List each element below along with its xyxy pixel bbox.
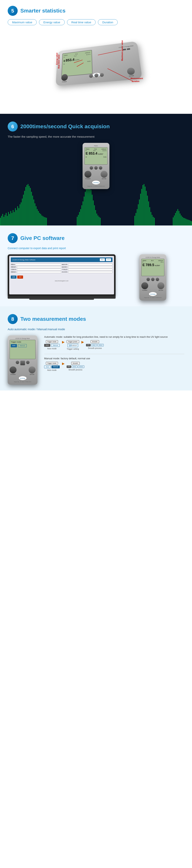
s7-power-btn[interactable] xyxy=(141,282,148,289)
s8-enter-label: ENTER xyxy=(29,374,36,375)
modes-area: Automatic mode: suitable for long produc… xyxy=(44,335,184,385)
s6-nav-btn1[interactable] xyxy=(90,166,93,169)
s6-power-btn[interactable] xyxy=(84,171,91,178)
svg-rect-66 xyxy=(135,216,135,225)
section8-subtitle: Auto:automatic mode / Manual:manual mode xyxy=(8,328,184,331)
s7-nav-btn3[interactable] xyxy=(156,278,159,281)
s8-nav-btn2[interactable] xyxy=(26,361,30,364)
enter-button[interactable] xyxy=(127,67,135,75)
svg-rect-88 xyxy=(178,209,178,225)
svg-rect-86 xyxy=(175,213,176,225)
section8-title: Two measurement modes xyxy=(21,316,86,322)
sw-btn-print[interactable]: 打印 xyxy=(106,258,111,261)
s8-nav xyxy=(10,361,36,365)
manual-mode-block: Manual mode: factory default, normal use… xyxy=(44,357,184,371)
s7-dmax-label: DMAX xyxy=(143,260,146,261)
s8-nav-center[interactable] xyxy=(21,361,25,365)
auto-smooth-400hz[interactable]: 400HZ xyxy=(97,344,104,346)
svg-rect-78 xyxy=(148,202,149,225)
s8-nav-btn1[interactable] xyxy=(16,361,19,364)
screen-p-val: 73.7 xyxy=(74,55,77,57)
sw-input-7[interactable] xyxy=(68,269,113,271)
s7-dmax-val: 38.4 xyxy=(151,260,154,261)
section5-badges: Maximum value Energy value Real time val… xyxy=(8,19,184,25)
s7-logo: linshang xyxy=(149,292,157,296)
sw-input-6[interactable] xyxy=(68,266,113,268)
s8-auto-btn[interactable]: Auto xyxy=(11,344,17,347)
section-8: 8 Two measurement modes Auto:automatic m… xyxy=(0,306,192,391)
auto-smooth-group: Smooth: OFF 60HZ 400HZ Smooth process xyxy=(86,340,104,349)
manual-trigger-manual[interactable]: Manual xyxy=(51,366,60,368)
section-5: 5 Smarter statistics Maximum value Energ… xyxy=(0,0,192,114)
svg-rect-48 xyxy=(80,209,81,225)
s6-nav xyxy=(84,166,108,169)
svg-rect-72 xyxy=(141,189,142,225)
svg-rect-6 xyxy=(2,214,3,225)
sw-action-btn2[interactable]: 清空 xyxy=(17,276,23,279)
svg-rect-35 xyxy=(36,206,36,225)
manual-trigger-auto[interactable]: Auto xyxy=(44,366,51,368)
sw-website: www.linshangtech.com xyxy=(11,280,113,281)
auto-trigger-auto[interactable]: Auto xyxy=(44,344,50,347)
manual-smooth-off[interactable]: OFF xyxy=(67,366,71,368)
sw-input-2[interactable] xyxy=(17,266,61,268)
s6-enter-btn[interactable] xyxy=(101,171,108,178)
manual-smooth-60hz[interactable]: 60HZ xyxy=(72,366,77,368)
svg-rect-29 xyxy=(29,186,30,225)
sw-input-8[interactable] xyxy=(68,271,113,273)
sw-input-5[interactable] xyxy=(68,264,113,266)
sw-input-3[interactable] xyxy=(17,269,61,271)
laptop-area: LS130 UV Energy Meter Software 导出 打印 测量值 xyxy=(8,254,116,299)
svg-rect-81 xyxy=(152,215,152,225)
auto-mode-block: Automatic mode: suitable for long produc… xyxy=(44,335,184,350)
auto-smooth-60hz[interactable]: 60HZ xyxy=(91,344,97,346)
s8-manual-btn[interactable]: Manual xyxy=(18,344,27,347)
nav-btn-3[interactable] xyxy=(100,73,104,77)
sw-field-7: 平滑处理 xyxy=(62,269,113,271)
sw-input-4[interactable] xyxy=(17,271,61,273)
s6-nav-btn2[interactable] xyxy=(94,166,98,169)
auto-trigger-manual[interactable]: Manual xyxy=(51,344,60,347)
badge-energy-value: Energy value xyxy=(39,19,65,25)
nav-btn-2[interactable] xyxy=(94,73,99,78)
s6-btns-row: POWER ENTER xyxy=(84,171,108,180)
section7-device: LS130 UV Energy Meter DMAX 38.4 mW/cm² P… xyxy=(121,254,184,301)
section6-subtitle: The faster the sampling speed, the more … xyxy=(8,135,184,138)
svg-rect-30 xyxy=(30,188,31,225)
sw-action-btns: 设置 清空 xyxy=(11,276,113,279)
laptop-base xyxy=(8,296,116,299)
s6-nav-btn3[interactable] xyxy=(99,166,102,169)
s7-nav-btn2[interactable] xyxy=(151,278,155,281)
section-7: 7 Give PC software Connect computer to e… xyxy=(0,225,192,306)
s6-pmax-label: PMAX xyxy=(86,149,89,150)
sw-field-6: 触发模式 xyxy=(62,266,113,268)
auto-smooth-off[interactable]: OFF xyxy=(86,344,91,346)
svg-rect-9 xyxy=(6,213,6,225)
s7-enter-btn[interactable] xyxy=(157,282,164,289)
nav-btn-1[interactable] xyxy=(89,74,93,78)
sw-action-btn1[interactable]: 设置 xyxy=(11,276,16,279)
sw-btn-export[interactable]: 导出 xyxy=(100,258,105,261)
s8-btns-row: POWER ENTER xyxy=(10,366,36,375)
screen-pmax-val: 73.8 xyxy=(75,53,78,55)
s8-trigger-mode-label: Trigger mode: xyxy=(11,341,34,343)
auto-power-unit: mW/cm² xyxy=(72,345,77,346)
svg-rect-77 xyxy=(147,196,148,225)
annotation-duration2: duration xyxy=(132,80,140,83)
power-button[interactable] xyxy=(61,74,68,81)
s6-p-val: 73.7 xyxy=(93,150,96,151)
sw-input-1[interactable] xyxy=(15,264,61,266)
manual-smooth-400hz[interactable]: 400HZ xyxy=(78,366,84,368)
s7-dmax-unit: mW/cm² xyxy=(158,260,163,261)
s8-power-btn[interactable] xyxy=(10,366,16,373)
svg-rect-51 xyxy=(84,196,84,225)
s7-nav-btn1[interactable] xyxy=(147,278,150,281)
s8-screen: Trigger mode: Auto Manual xyxy=(10,340,36,359)
svg-rect-43 xyxy=(45,217,46,225)
power-label: POWER xyxy=(61,81,68,83)
svg-rect-68 xyxy=(137,209,138,225)
sw-field-label-2: 测量编号 xyxy=(11,266,16,268)
s8-enter-btn[interactable] xyxy=(29,366,36,373)
s6-logo: linshang xyxy=(92,181,100,184)
manual-mode-diagram: Trigger mode: Auto Manual Auto mode ▶ Sm… xyxy=(44,362,184,371)
